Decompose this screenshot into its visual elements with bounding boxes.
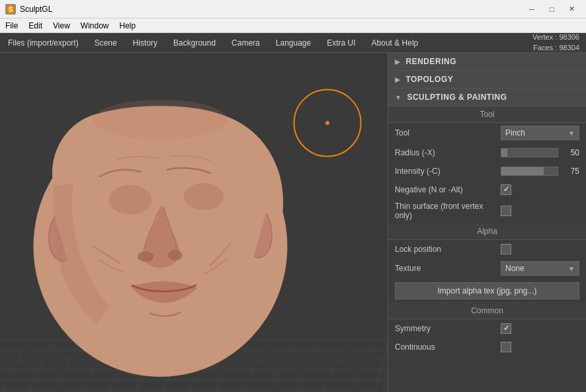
thin-surface-label: Thin surface (front vertex only): [395, 202, 501, 220]
minimize-button[interactable]: ─: [523, 0, 541, 19]
faces-count: Faces : 98304: [532, 43, 579, 53]
intensity-slider-track[interactable]: [501, 167, 558, 176]
sculpting-section-header[interactable]: ▼ SCULPTING & PAINTING: [388, 89, 586, 106]
negative-checkbox[interactable]: [501, 184, 511, 195]
maximize-button[interactable]: □: [542, 0, 561, 19]
svg-point-25: [109, 185, 152, 214]
thin-surface-row: Thin surface (front vertex only): [388, 199, 586, 223]
viewport[interactable]: [0, 53, 388, 392]
texture-row: Texture None ▼: [388, 258, 586, 279]
app-icon: S: [5, 4, 16, 15]
import-alpha-button[interactable]: Import alpha tex (jpg, png...): [395, 282, 579, 299]
toolbar-language[interactable]: Language: [268, 36, 319, 50]
svg-point-31: [325, 121, 329, 125]
sculpt-canvas: [0, 53, 388, 392]
symmetry-row: Symmetry: [388, 319, 586, 338]
right-panel: ▶ RENDERING ▶ TOPOLOGY ▼ SCULPTING & PAI…: [388, 53, 586, 392]
intensity-row: Intensity (-C) 75: [388, 162, 586, 180]
tool-label: Tool: [395, 128, 501, 137]
radius-label: Radius (-X): [395, 148, 501, 157]
intensity-slider-container: 75: [501, 167, 579, 176]
lock-position-label: Lock position: [395, 245, 501, 254]
toolbar-extra-ui[interactable]: Extra UI: [319, 36, 363, 50]
menu-help[interactable]: Help: [114, 19, 142, 32]
svg-point-28: [168, 250, 183, 260]
svg-point-26: [184, 183, 224, 210]
tool-row: Tool Pinch ▼: [388, 123, 586, 143]
lock-position-value-container: [501, 244, 579, 255]
radius-slider-fill: [501, 149, 507, 157]
window-controls: ─ □ ✕: [523, 0, 581, 19]
svg-text:S: S: [9, 6, 13, 13]
app-title: SculptGL: [20, 5, 523, 14]
common-subsection: Common: [388, 303, 586, 319]
main-area: ▶ RENDERING ▶ TOPOLOGY ▼ SCULPTING & PAI…: [0, 53, 586, 392]
intensity-slider-value: 75: [561, 167, 579, 176]
menu-edit[interactable]: Edit: [23, 19, 48, 32]
texture-dropdown[interactable]: None ▼: [501, 261, 579, 276]
radius-value-container: 50: [501, 148, 579, 157]
continuous-row: Continuous: [388, 338, 586, 356]
menubar: File Edit View Window Help: [0, 19, 586, 33]
tool-dropdown-arrow: ▼: [568, 130, 575, 137]
toolbar-background[interactable]: Background: [165, 36, 224, 50]
intensity-label: Intensity (-C): [395, 167, 501, 176]
sculpting-arrow: ▼: [395, 94, 401, 101]
radius-slider-track[interactable]: [501, 148, 558, 157]
rendering-label: RENDERING: [406, 57, 457, 66]
menu-file[interactable]: File: [0, 19, 23, 32]
svg-point-27: [138, 251, 153, 262]
vertex-count: Vertex : 98306: [532, 32, 579, 42]
titlebar: S SculptGL ─ □ ✕: [0, 0, 586, 19]
radius-slider-value: 50: [561, 148, 579, 157]
vertex-info: Vertex : 98306 Faces : 98304: [532, 32, 586, 53]
continuous-checkbox[interactable]: [501, 342, 511, 352]
texture-dropdown-value: None: [505, 264, 524, 273]
toolbar-files[interactable]: Files (import/export): [0, 36, 87, 50]
texture-dropdown-arrow: ▼: [568, 265, 575, 272]
symmetry-value-container: [501, 323, 579, 334]
radius-slider-container: 50: [501, 148, 579, 157]
negative-value-container: [501, 184, 579, 195]
negative-label: Negative (N or -Alt): [395, 185, 501, 194]
toolbar-history[interactable]: History: [125, 36, 165, 50]
texture-value-container: None ▼: [501, 261, 579, 276]
intensity-slider-fill: [501, 167, 544, 175]
lock-position-row: Lock position: [388, 240, 586, 258]
menu-window[interactable]: Window: [75, 19, 114, 32]
tool-dropdown-value: Pinch: [505, 128, 525, 137]
symmetry-label: Symmetry: [395, 324, 501, 333]
negative-row: Negative (N or -Alt): [388, 180, 586, 199]
topology-label: TOPOLOGY: [406, 75, 454, 84]
toolbar: Files (import/export) Scene History Back…: [0, 33, 586, 53]
symmetry-checkbox[interactable]: [501, 323, 511, 334]
thin-surface-value-container: [501, 206, 579, 216]
tool-value-container: Pinch ▼: [501, 126, 579, 140]
radius-row: Radius (-X) 50: [388, 143, 586, 162]
continuous-label: Continuous: [395, 342, 501, 352]
intensity-value-container: 75: [501, 167, 579, 176]
tool-subsection: Tool: [388, 106, 586, 123]
lock-position-checkbox[interactable]: [501, 244, 511, 255]
sculpting-label: SCULPTING & PAINTING: [407, 93, 507, 102]
toolbar-scene[interactable]: Scene: [87, 36, 125, 50]
texture-label: Texture: [395, 264, 501, 273]
toolbar-about[interactable]: About & Help: [364, 36, 427, 50]
rendering-arrow: ▶: [395, 58, 401, 65]
svg-point-29: [93, 100, 227, 140]
close-button[interactable]: ✕: [562, 0, 581, 19]
topology-section-header[interactable]: ▶ TOPOLOGY: [388, 71, 586, 89]
menu-view[interactable]: View: [48, 19, 75, 32]
rendering-section-header[interactable]: ▶ RENDERING: [388, 53, 586, 71]
thin-surface-checkbox[interactable]: [501, 206, 511, 216]
topology-arrow: ▶: [395, 76, 401, 83]
toolbar-camera[interactable]: Camera: [224, 36, 268, 50]
continuous-value-container: [501, 342, 579, 352]
tool-dropdown[interactable]: Pinch ▼: [501, 126, 579, 140]
alpha-subsection: Alpha: [388, 223, 586, 240]
